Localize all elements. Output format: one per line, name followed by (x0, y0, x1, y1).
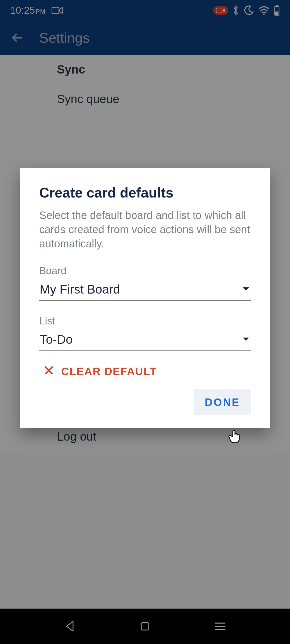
chevron-down-icon (242, 337, 250, 342)
list-field-label: List (39, 315, 251, 327)
list-dropdown[interactable]: To-Do (39, 330, 251, 351)
list-dropdown-value: To-Do (40, 332, 73, 347)
close-x-icon (44, 365, 54, 378)
svg-rect-6 (141, 623, 149, 630)
clear-default-button[interactable]: CLEAR DEFAULT (44, 365, 251, 378)
dialog-description: Select the default board and list to whi… (39, 208, 251, 251)
square-home-icon (140, 621, 150, 632)
done-button[interactable]: DONE (194, 389, 251, 415)
dialog-title: Create card defaults (39, 185, 251, 201)
board-dropdown[interactable]: My First Board (39, 279, 251, 301)
chevron-down-icon (242, 287, 250, 292)
nav-home-button[interactable] (137, 618, 153, 634)
create-card-defaults-dialog: Create card defaults Select the default … (20, 168, 270, 428)
done-button-label: DONE (205, 396, 240, 408)
board-field-label: Board (39, 265, 251, 277)
clear-default-label: CLEAR DEFAULT (61, 365, 157, 378)
board-dropdown-value: My First Board (40, 282, 120, 297)
nav-back-button[interactable] (62, 618, 78, 634)
system-nav-bar (0, 609, 290, 644)
nav-recents-button[interactable] (212, 618, 228, 634)
recents-icon (214, 622, 226, 631)
triangle-back-icon (64, 620, 75, 632)
dialog-actions: DONE (39, 389, 251, 415)
